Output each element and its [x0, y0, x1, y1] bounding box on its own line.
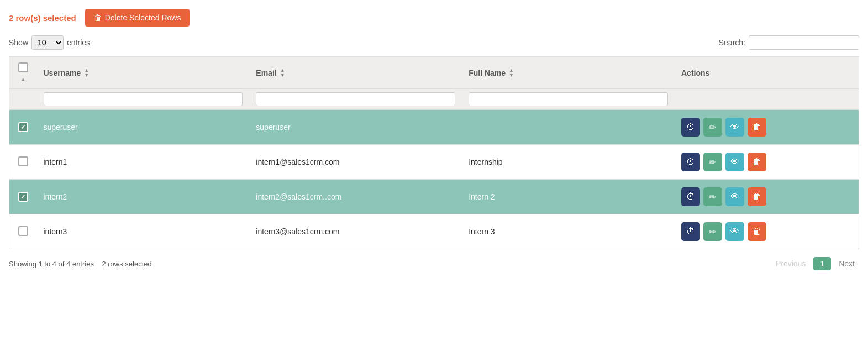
- show-entries-group: Show 10 25 50 100 entries: [9, 35, 90, 50]
- row-fullname: Intern 2: [462, 180, 675, 214]
- dashboard-button[interactable]: ⏱: [681, 187, 700, 206]
- th-actions: Actions: [675, 57, 859, 89]
- row-actions-cell: ⏱✏👁🗑: [675, 110, 859, 145]
- table-body: superusersuperuser⏱✏👁🗑intern1intern1@sal…: [9, 110, 859, 249]
- rows-selected-label: 2 row(s) selected: [9, 13, 76, 23]
- th-username[interactable]: Username ▲▼: [37, 57, 250, 89]
- action-buttons-group: ⏱✏👁🗑: [681, 118, 852, 137]
- row-checkbox[interactable]: [18, 192, 28, 202]
- filter-username-input[interactable]: [44, 92, 243, 106]
- view-button[interactable]: 👁: [725, 187, 744, 206]
- pagination: Previous 1 Next: [771, 257, 859, 270]
- row-username: intern2: [37, 180, 250, 214]
- filter-checkbox-cell: [9, 89, 37, 110]
- users-table: ▲ Username ▲▼ Email ▲▼ Full Name ▲▼: [9, 56, 859, 249]
- row-username: intern1: [37, 145, 250, 180]
- top-bar: 2 row(s) selected 🗑 Delete Selected Rows: [9, 9, 859, 27]
- row-checkbox[interactable]: [18, 156, 28, 166]
- row-email: intern3@sales1crm.com: [249, 214, 462, 249]
- th-email[interactable]: Email ▲▼: [249, 57, 462, 89]
- showing-text: Showing 1 to 4 of 4 entries: [9, 260, 94, 268]
- view-button[interactable]: 👁: [725, 118, 744, 137]
- filter-actions-cell: [675, 89, 859, 110]
- row-checkbox-cell: [9, 145, 37, 180]
- delete-row-button[interactable]: 🗑: [748, 222, 766, 241]
- edit-button[interactable]: ✏: [703, 118, 722, 137]
- th-fullname[interactable]: Full Name ▲▼: [462, 57, 675, 89]
- delete-row-button[interactable]: 🗑: [748, 118, 766, 137]
- footer-info: Showing 1 to 4 of 4 entries 2 rows selec…: [9, 260, 152, 268]
- action-buttons-group: ⏱✏👁🗑: [681, 222, 852, 241]
- filter-fullname-input[interactable]: [469, 92, 668, 106]
- th-checkbox: ▲: [9, 57, 37, 89]
- row-email: superuser: [249, 110, 462, 145]
- delete-row-button[interactable]: 🗑: [748, 153, 766, 171]
- table-row: intern2intern2@sales1crm..comIntern 2⏱✏👁…: [9, 180, 859, 214]
- action-buttons-group: ⏱✏👁🗑: [681, 153, 852, 171]
- sort-arrows-username: ▲▼: [84, 68, 89, 78]
- delete-row-button[interactable]: 🗑: [748, 187, 766, 206]
- dashboard-button[interactable]: ⏱: [681, 118, 700, 137]
- table-row: superusersuperuser⏱✏👁🗑: [9, 110, 859, 145]
- entries-label: entries: [67, 38, 90, 47]
- filter-fullname-cell: [462, 89, 675, 110]
- row-fullname: Intern 3: [462, 214, 675, 249]
- table-row: intern3intern3@sales1crm.comIntern 3⏱✏👁🗑: [9, 214, 859, 249]
- table-row: intern1intern1@sales1crm.comInternship⏱✏…: [9, 145, 859, 180]
- table-filter-row: [9, 89, 859, 110]
- delete-selected-button[interactable]: 🗑 Delete Selected Rows: [85, 9, 190, 27]
- rows-selected-footer-text: 2 rows selected: [102, 260, 151, 268]
- delete-btn-label: Delete Selected Rows: [105, 13, 181, 22]
- previous-page-button[interactable]: Previous: [771, 257, 810, 270]
- row-checkbox[interactable]: [18, 226, 28, 236]
- action-buttons-group: ⏱✏👁🗑: [681, 187, 852, 206]
- row-username: superuser: [37, 110, 250, 145]
- trash-icon: 🗑: [94, 13, 102, 22]
- edit-button[interactable]: ✏: [703, 222, 722, 241]
- row-email: intern2@sales1crm..com: [249, 180, 462, 214]
- row-actions-cell: ⏱✏👁🗑: [675, 180, 859, 214]
- filter-username-cell: [37, 89, 250, 110]
- next-page-button[interactable]: Next: [834, 257, 859, 270]
- dashboard-button[interactable]: ⏱: [681, 153, 700, 171]
- table-header-row: ▲ Username ▲▼ Email ▲▼ Full Name ▲▼: [9, 57, 859, 89]
- dashboard-button[interactable]: ⏱: [681, 222, 700, 241]
- row-checkbox-cell: [9, 110, 37, 145]
- show-label: Show: [9, 38, 28, 47]
- sort-arrows-email: ▲▼: [280, 68, 285, 78]
- search-bar: Search:: [719, 35, 859, 50]
- view-button[interactable]: 👁: [725, 153, 744, 171]
- view-button[interactable]: 👁: [725, 222, 744, 241]
- row-fullname: Internship: [462, 145, 675, 180]
- row-checkbox[interactable]: [18, 122, 28, 132]
- select-all-checkbox[interactable]: [18, 62, 28, 72]
- row-checkbox-cell: [9, 180, 37, 214]
- sort-arrows-fullname: ▲▼: [509, 68, 514, 78]
- filter-email-input[interactable]: [256, 92, 455, 106]
- edit-button[interactable]: ✏: [703, 153, 722, 171]
- page-1-button[interactable]: 1: [813, 257, 831, 270]
- footer-bar: Showing 1 to 4 of 4 entries 2 rows selec…: [9, 257, 859, 270]
- search-input[interactable]: [749, 35, 859, 50]
- row-fullname: [462, 110, 675, 145]
- controls-bar: Show 10 25 50 100 entries Search:: [9, 35, 859, 50]
- row-actions-cell: ⏱✏👁🗑: [675, 214, 859, 249]
- row-email: intern1@sales1crm.com: [249, 145, 462, 180]
- search-label: Search:: [719, 38, 745, 47]
- row-checkbox-cell: [9, 214, 37, 249]
- filter-email-cell: [249, 89, 462, 110]
- entries-per-page-select[interactable]: 10 25 50 100: [31, 35, 64, 50]
- row-actions-cell: ⏱✏👁🗑: [675, 145, 859, 180]
- edit-button[interactable]: ✏: [703, 187, 722, 206]
- row-username: intern3: [37, 214, 250, 249]
